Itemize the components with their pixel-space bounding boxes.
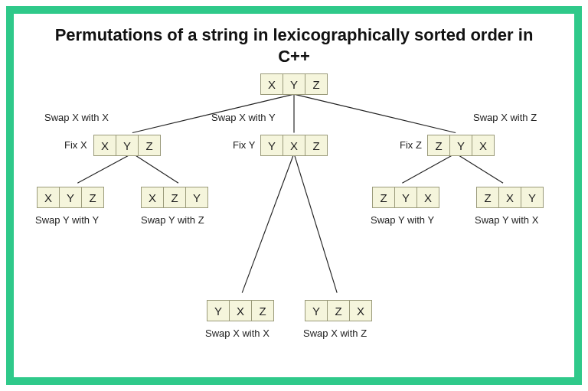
leaf-ml-node: Y X Z	[207, 300, 274, 321]
page-title: Permutations of a string in lexicographi…	[14, 14, 574, 67]
l1-right-cell-2: X	[472, 135, 495, 156]
leaf-rr-node: Z X Y	[476, 187, 544, 208]
svg-line-8	[294, 154, 337, 293]
leaf-ml-cell-0: Y	[207, 300, 230, 321]
leaf-rl-node: Z Y X	[372, 187, 439, 208]
swap-label-rr: Swap Y with X	[475, 214, 538, 226]
swap-label-left: Swap X with X	[44, 112, 109, 123]
root-node: X Y Z	[260, 73, 328, 95]
swap-label-right: Swap X with Z	[473, 112, 537, 123]
l1-mid-cell-0: Y	[260, 135, 283, 156]
leaf-mr-node: Y Z X	[305, 300, 372, 321]
l1-right-cell-1: Y	[449, 135, 472, 156]
leaf-rl-cell-0: Z	[372, 187, 395, 208]
swap-label-rl: Swap Y with Y	[371, 214, 434, 226]
leaf-mr-cell-2: X	[349, 300, 372, 321]
swap-label-lr: Swap Y with Z	[141, 214, 204, 226]
svg-line-5	[402, 154, 456, 184]
root-cell-0: X	[260, 73, 283, 95]
leaf-lr-cell-1: Z	[163, 187, 186, 208]
leaf-rl-cell-2: X	[416, 187, 439, 208]
l1-left-cell-2: Z	[138, 135, 161, 156]
leaf-ml-cell-2: Z	[251, 300, 274, 321]
leaf-ll-cell-1: Y	[59, 187, 82, 208]
swap-label-mr: Swap X with Z	[303, 327, 367, 339]
fix-label-left: Fix X	[64, 139, 87, 151]
leaf-mr-cell-0: Y	[305, 300, 328, 321]
svg-line-3	[77, 154, 132, 184]
l1-mid-node: Y X Z	[260, 135, 328, 156]
leaf-rr-cell-1: X	[498, 187, 521, 208]
leaf-lr-cell-0: X	[141, 187, 164, 208]
svg-line-6	[456, 154, 503, 184]
leaf-lr-cell-2: Y	[185, 187, 208, 208]
fix-label-right: Fix Z	[400, 139, 422, 151]
diagram-canvas: X Y Z Swap X with X Swap X with Y Swap X…	[14, 73, 574, 377]
leaf-ml-cell-1: X	[229, 300, 252, 321]
svg-line-4	[132, 154, 178, 184]
fix-label-mid: Fix Y	[233, 139, 255, 151]
leaf-mr-cell-1: Z	[327, 300, 350, 321]
l1-left-node: X Y Z	[93, 135, 161, 156]
swap-label-ll: Swap Y with Y	[35, 214, 99, 226]
swap-label-ml: Swap X with X	[205, 327, 270, 339]
leaf-lr-node: X Z Y	[141, 187, 208, 208]
root-cell-1: Y	[283, 73, 305, 95]
root-cell-2: Z	[305, 73, 328, 95]
svg-line-7	[242, 154, 294, 293]
leaf-rr-cell-0: Z	[476, 187, 499, 208]
leaf-ll-cell-0: X	[37, 187, 60, 208]
leaf-ll-node: X Y Z	[37, 187, 104, 208]
svg-line-2	[294, 94, 456, 132]
l1-right-cell-0: Z	[427, 135, 450, 156]
l1-right-node: Z Y X	[427, 135, 495, 156]
l1-left-cell-1: Y	[116, 135, 139, 156]
swap-label-mid: Swap X with Y	[211, 112, 276, 123]
l1-left-cell-0: X	[93, 135, 116, 156]
leaf-rr-cell-2: Y	[521, 187, 544, 208]
leaf-ll-cell-2: Z	[81, 187, 104, 208]
l1-mid-cell-1: X	[283, 135, 305, 156]
l1-mid-cell-2: Z	[305, 135, 328, 156]
leaf-rl-cell-1: Y	[394, 187, 417, 208]
